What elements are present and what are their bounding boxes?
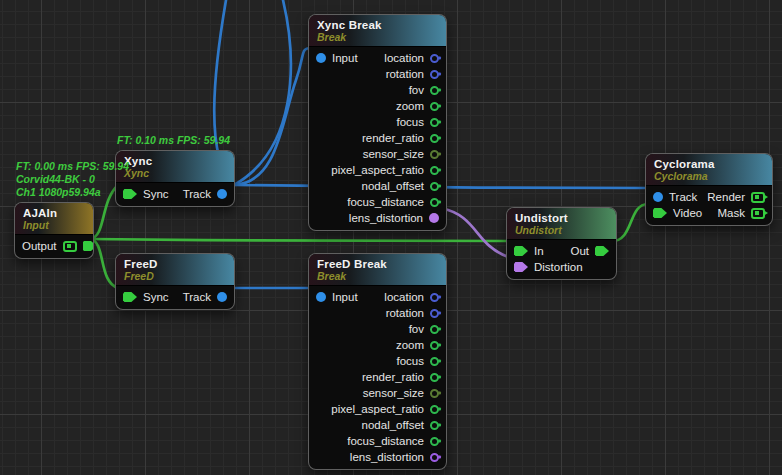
port-group: sensor_size — [363, 148, 439, 160]
port-group: lens_distortion — [349, 212, 439, 224]
port-group: pixel_aspect_ratio — [331, 403, 439, 415]
port-row: sensor_size — [309, 385, 446, 401]
port-group: render_ratio — [362, 371, 439, 383]
node-canvas[interactable]: AJAInInputOutputFT: 0.00 ms FPS: 59.94Co… — [0, 0, 782, 475]
render-ratio-port-icon[interactable] — [430, 134, 439, 143]
wire-ajain-output-to-undistort-in[interactable] — [90, 239, 508, 241]
nodal-offset-port-icon[interactable] — [430, 421, 439, 430]
node-subtitle: Break — [317, 270, 438, 282]
sync-port-icon[interactable] — [123, 292, 137, 302]
port-label: Track — [669, 191, 697, 203]
fps-info-line: FT: 0.10 ms FPS: 59.94 — [117, 134, 230, 147]
port-label: focus_distance — [347, 435, 424, 447]
output-port-icon[interactable] — [83, 241, 94, 251]
node-header-cyclorama[interactable]: CycloramaCyclorama — [646, 154, 772, 186]
node-subtitle: Input — [23, 219, 85, 231]
focus-port-icon[interactable] — [430, 357, 439, 366]
node-subtitle: Xync — [124, 167, 226, 179]
sensor-size-port-icon[interactable] — [430, 150, 439, 159]
focus-port-icon[interactable] — [430, 118, 439, 127]
node-xync[interactable]: XyncXyncSyncTrack — [115, 150, 235, 207]
port-label: fov — [409, 84, 424, 96]
node-title: Xync Break — [317, 19, 438, 31]
lens-distortion-port-icon[interactable] — [429, 213, 439, 223]
nodal-offset-port-icon[interactable] — [430, 182, 439, 191]
out-port-icon[interactable] — [595, 246, 609, 256]
output-port-icon[interactable] — [63, 241, 77, 252]
port-label: Sync — [143, 291, 169, 303]
port-group: rotation — [386, 307, 439, 319]
node-subtitle: Undistort — [515, 224, 608, 236]
port-row: Output — [15, 238, 93, 254]
node-xync-break[interactable]: Xync BreakBreakInputlocationrotationfovz… — [308, 14, 447, 231]
location-port-icon[interactable] — [430, 54, 439, 63]
port-label: fov — [409, 323, 424, 335]
focus-distance-port-icon[interactable] — [430, 198, 439, 207]
port-label: Out — [570, 245, 589, 257]
track-port-icon[interactable] — [653, 192, 663, 202]
port-group: focus_distance — [347, 435, 439, 447]
port-row: focus_distance — [309, 433, 446, 449]
focus-distance-port-icon[interactable] — [430, 437, 439, 446]
port-label: pixel_aspect_ratio — [331, 164, 424, 176]
wire-xync-track-to-offscreen-top[interactable] — [234, 0, 291, 185]
node-body: TrackRenderVideoMask — [646, 186, 772, 225]
input-port-icon[interactable] — [316, 53, 326, 63]
rotation-port-icon[interactable] — [430, 70, 439, 79]
track-port-icon[interactable] — [217, 189, 227, 199]
wire-xync-track-to-xyncbreak-input[interactable] — [234, 48, 311, 185]
port-row: rotation — [309, 305, 446, 321]
pixel-aspect-ratio-port-icon[interactable] — [430, 166, 439, 175]
lens-distortion-port-icon[interactable] — [430, 453, 439, 462]
node-body: SyncTrack — [116, 286, 234, 309]
node-header-xync-break[interactable]: Xync BreakBreak — [309, 15, 446, 47]
in-port-icon[interactable] — [514, 246, 528, 256]
wire-undistort-out-to-cyclorama-video[interactable] — [612, 204, 648, 241]
node-title: Cyclorama — [654, 158, 764, 170]
port-label: Input — [332, 52, 358, 64]
node-subtitle: FreeD — [124, 270, 226, 282]
node-undistort[interactable]: UndistortUndistortInOutDistortion — [506, 207, 617, 280]
node-freed-break[interactable]: FreeD BreakBreakInputlocationrotationfov… — [308, 253, 447, 470]
input-port-icon[interactable] — [316, 292, 326, 302]
port-group: fov — [409, 84, 439, 96]
node-cyclorama[interactable]: CycloramaCycloramaTrackRenderVideoMask — [645, 153, 773, 226]
port-group: nodal_offset — [362, 419, 439, 431]
port-row: SyncTrack — [116, 186, 234, 202]
distortion-port-icon[interactable] — [514, 262, 528, 272]
fov-port-icon[interactable] — [430, 86, 439, 95]
port-row: nodal_offset — [309, 417, 446, 433]
location-port-icon[interactable] — [430, 293, 439, 302]
render-ratio-port-icon[interactable] — [430, 373, 439, 382]
zoom-port-icon[interactable] — [430, 341, 439, 350]
port-group: nodal_offset — [362, 180, 439, 192]
node-freed[interactable]: FreeDFreeDSyncTrack — [115, 253, 235, 310]
port-row: zoom — [309, 98, 446, 114]
port-row: rotation — [309, 66, 446, 82]
port-group: Mask — [718, 207, 765, 219]
port-label: zoom — [396, 100, 424, 112]
port-row: focus — [309, 353, 446, 369]
node-header-freed[interactable]: FreeDFreeD — [116, 254, 234, 286]
node-ajain[interactable]: AJAInInputOutput — [14, 202, 94, 259]
pixel-aspect-ratio-port-icon[interactable] — [430, 405, 439, 414]
port-label: nodal_offset — [362, 180, 424, 192]
port-label: Output — [22, 240, 57, 252]
render-port-icon[interactable] — [751, 192, 765, 203]
node-header-undistort[interactable]: UndistortUndistort — [507, 208, 616, 240]
sensor-size-port-icon[interactable] — [430, 389, 439, 398]
port-label: nodal_offset — [362, 419, 424, 431]
fov-port-icon[interactable] — [430, 325, 439, 334]
wire-xyncbreak-lensdistortion-to-undistort-distortion[interactable] — [441, 208, 508, 257]
mask-port-icon[interactable] — [751, 208, 765, 219]
video-port-icon[interactable] — [653, 208, 667, 218]
rotation-port-icon[interactable] — [430, 309, 439, 318]
wire-ajain-output-to-freed-sync[interactable] — [90, 239, 118, 288]
node-header-xync[interactable]: XyncXync — [116, 151, 234, 183]
port-row: pixel_aspect_ratio — [309, 162, 446, 178]
port-row: render_ratio — [309, 369, 446, 385]
zoom-port-icon[interactable] — [430, 102, 439, 111]
node-header-ajain[interactable]: AJAInInput — [15, 203, 93, 235]
node-header-freed-break[interactable]: FreeD BreakBreak — [309, 254, 446, 286]
track-port-icon[interactable] — [217, 292, 227, 302]
